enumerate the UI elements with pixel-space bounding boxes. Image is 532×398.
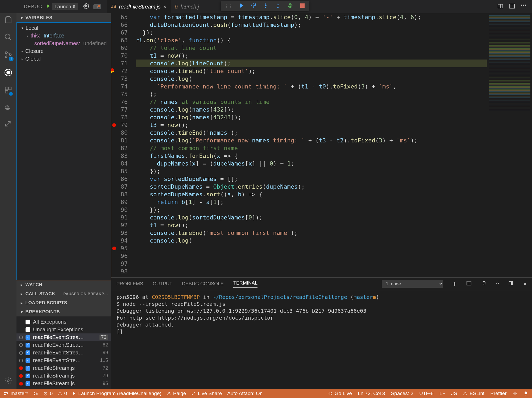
checkbox[interactable] xyxy=(26,343,30,348)
search-icon[interactable] xyxy=(4,33,13,43)
svg-point-29 xyxy=(5,394,6,395)
scm-icon[interactable]: 1 xyxy=(4,50,13,60)
breakpoints-header[interactable]: ▾BREAKPOINTS xyxy=(16,307,111,316)
breakpoint-row[interactable]: readFileEventStre…115 xyxy=(16,357,111,364)
code-editor[interactable]: ▶ 65666768697071727374757677787980818283… xyxy=(111,13,532,277)
terminal-content[interactable]: pxn5096 at C02SQ5LBGTFMMBP in ~/Repos/pe… xyxy=(111,290,532,389)
status-feedback-icon[interactable]: ☺ xyxy=(513,391,518,396)
gear-icon[interactable] xyxy=(83,3,89,10)
var-sorteddupenames[interactable]: sortedDupeNames: undefined xyxy=(17,40,111,47)
chevron-right-icon: ▸ xyxy=(22,57,23,61)
checkbox[interactable] xyxy=(26,335,30,340)
status-position[interactable]: Ln 72, Col 3 xyxy=(358,391,385,396)
breakpoint-row[interactable]: readFileEventStrea…99 xyxy=(16,349,111,357)
split-terminal-icon[interactable] xyxy=(466,280,472,287)
debug-icon[interactable] xyxy=(4,68,13,78)
step-into-icon[interactable] xyxy=(263,3,269,10)
maximize-panel-icon[interactable]: ^ xyxy=(496,281,499,287)
status-lang[interactable]: JS xyxy=(451,391,457,396)
compare-changes-icon[interactable] xyxy=(497,3,504,10)
status-prettier[interactable]: Prettier xyxy=(490,391,506,396)
status-eol[interactable]: LF xyxy=(439,391,445,396)
status-bar: master* ⊘ 0 ⚠ 0 Launch Program (readFile… xyxy=(0,389,532,398)
close-panel-icon[interactable]: × xyxy=(523,281,527,287)
breakpoint-row[interactable]: readFileStream.js95 xyxy=(16,380,111,387)
watch-header[interactable]: ▸WATCH xyxy=(16,280,111,289)
new-terminal-icon[interactable]: + xyxy=(452,280,456,288)
bp-uncaught-exceptions[interactable]: Uncaught Exceptions xyxy=(16,326,111,333)
minimap[interactable] xyxy=(487,13,532,277)
status-launch[interactable]: Launch Program (readFileChallenge) xyxy=(72,391,161,396)
breakpoint-row[interactable]: readFileEventStrea…73 xyxy=(16,333,111,341)
status-golive[interactable]: Go Live xyxy=(328,391,352,396)
var-this[interactable]: ▸this: Interface xyxy=(17,32,111,40)
status-bell-icon[interactable] xyxy=(523,391,528,396)
checkbox[interactable] xyxy=(26,358,30,363)
scope-local[interactable]: ▾Local xyxy=(17,24,111,32)
callstack-header[interactable]: ▸CALL STACKPAUSED ON BREAKP… xyxy=(16,289,111,298)
scope-global[interactable]: ▸Global xyxy=(17,55,111,63)
status-liveshare[interactable]: Live Share xyxy=(191,391,222,396)
tab-debug-console[interactable]: DEBUG CONSOLE xyxy=(182,281,224,287)
move-panel-icon[interactable] xyxy=(508,281,514,287)
status-autoattach[interactable]: Auto Attach: On xyxy=(227,391,263,396)
docker-icon[interactable] xyxy=(4,103,12,112)
launch-config-select[interactable]: Launch ⇵ xyxy=(52,3,78,10)
svg-point-15 xyxy=(7,71,10,74)
editor-tabs: JS readFileStream.js × {} launch.j xyxy=(107,0,203,13)
breakpoint-row[interactable]: readFileStream.js72 xyxy=(16,364,111,372)
update-badge-icon xyxy=(9,92,13,96)
breakpoint-badge[interactable]: □0 xyxy=(93,4,101,9)
debug-controls-toolbar[interactable]: ⋮⋮ xyxy=(221,1,309,11)
breakpoint-gutter[interactable]: ▶ xyxy=(111,13,116,277)
svg-point-5 xyxy=(253,7,254,7)
tab-terminal[interactable]: TERMINAL xyxy=(233,280,257,288)
chevron-updown-icon: ⇵ xyxy=(73,5,75,9)
step-out-icon[interactable] xyxy=(275,3,281,10)
checkbox[interactable] xyxy=(26,350,30,355)
stop-icon[interactable] xyxy=(300,3,305,10)
step-over-icon[interactable] xyxy=(251,3,256,10)
variables-header[interactable]: ▾VARIABLES xyxy=(16,13,111,22)
bp-all-exceptions[interactable]: All Exceptions xyxy=(16,318,111,326)
main-area: 1 ▾VARIABLES ▾Local ▸this: Interface sor… xyxy=(0,13,532,389)
checkbox[interactable] xyxy=(26,374,30,378)
svg-rect-22 xyxy=(7,105,8,106)
breakpoint-verified-icon xyxy=(19,374,23,378)
status-eslint[interactable]: ⚠ ESLint xyxy=(463,391,484,397)
scope-closure[interactable]: ▸Closure xyxy=(17,47,111,55)
drag-grip-icon[interactable]: ⋮⋮ xyxy=(225,4,232,9)
checkbox[interactable] xyxy=(26,381,30,386)
code-content[interactable]: var formattedTimestamp = timestamp.slice… xyxy=(132,13,487,277)
status-errors[interactable]: ⊘ 0 ⚠ 0 xyxy=(43,391,67,397)
close-icon[interactable]: × xyxy=(163,4,167,10)
split-editor-icon[interactable] xyxy=(509,3,515,10)
kill-terminal-icon[interactable] xyxy=(481,281,487,287)
tab-launch-json[interactable]: {} launch.j xyxy=(171,0,203,13)
breakpoint-row[interactable]: readFileStream.js79 xyxy=(16,372,111,380)
status-encoding[interactable]: UTF-8 xyxy=(419,391,434,396)
extensions-icon[interactable] xyxy=(4,86,12,95)
status-user[interactable]: Paige xyxy=(167,391,186,396)
status-sync[interactable] xyxy=(33,391,38,396)
tab-output[interactable]: OUTPUT xyxy=(153,281,172,287)
activity-bar: 1 xyxy=(0,13,16,389)
status-spaces[interactable]: Spaces: 2 xyxy=(391,391,414,396)
checkbox[interactable] xyxy=(26,327,30,332)
explorer-icon[interactable] xyxy=(4,15,13,25)
tab-problems[interactable]: PROBLEMS xyxy=(117,281,143,287)
checkbox[interactable] xyxy=(26,320,30,324)
tab-readfilestream[interactable]: JS readFileStream.js × xyxy=(107,0,171,13)
breakpoint-row[interactable]: readFileEventStrea…82 xyxy=(16,341,111,349)
status-branch[interactable]: master* xyxy=(4,391,28,396)
debug-label: DEBUG xyxy=(24,4,42,10)
start-debug-icon[interactable] xyxy=(46,4,51,10)
restart-icon[interactable] xyxy=(287,3,293,10)
terminal-shell-select[interactable]: 1: node xyxy=(382,280,443,288)
continue-icon[interactable] xyxy=(238,3,244,10)
liveshare-icon[interactable] xyxy=(4,120,12,129)
settings-icon[interactable] xyxy=(4,377,12,386)
loaded-scripts-header[interactable]: ▸LOADED SCRIPTS xyxy=(16,298,111,307)
more-icon[interactable]: ••• xyxy=(521,3,527,10)
checkbox[interactable] xyxy=(26,366,30,371)
